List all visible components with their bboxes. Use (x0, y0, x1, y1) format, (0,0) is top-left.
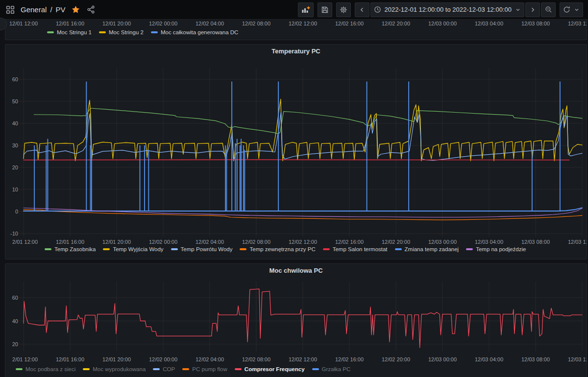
time-range-back-button[interactable] (355, 2, 369, 17)
breadcrumb-page[interactable]: PV (56, 5, 66, 14)
legend-item[interactable]: Moc wyprodukowana (83, 366, 146, 372)
y-tick-label: 30 (12, 142, 18, 148)
legend-item[interactable]: Grzałka PC (312, 366, 351, 372)
legend-label: Moc Stringu 1 (57, 29, 92, 35)
x-tick-label: 12/03 12:00 (568, 356, 587, 362)
breadcrumb-section[interactable]: General (21, 5, 47, 14)
x-tick-label: 12/02 00:00 (149, 239, 177, 245)
x-tick-label: 12/01 20:00 (102, 239, 131, 245)
y-tick-label: 60 (12, 76, 18, 82)
y-tick-label: 20 (12, 165, 18, 170)
y-tick-label: 0 (15, 209, 18, 214)
y-tick-label: 50 (12, 98, 18, 104)
x-tick-label: 12/01 12:00 (12, 356, 38, 362)
x-tick-label: 12/01 12:00 (12, 239, 38, 245)
x-tick-label: 12/01 16:00 (56, 239, 84, 245)
x-tick-label: 12/03 00:00 (428, 239, 457, 245)
navbar: General / PV (0, 0, 588, 20)
dashboard-settings-button[interactable] (336, 2, 351, 17)
y-tick-label: 60 (12, 295, 18, 301)
x-tick-label: 12/01 16:00 (56, 21, 84, 26)
time-range-picker-button[interactable]: 2022-12-01 12:00:00 to 2022-12-03 12:00:… (370, 2, 525, 17)
legend-label: Moc wyprodukowana (93, 366, 146, 372)
breadcrumb-separator: / (50, 5, 52, 14)
y-tick-label: 40 (12, 318, 18, 324)
legend-item[interactable]: Moc całkowita generowana DC (151, 29, 239, 35)
series-color-marker (235, 368, 242, 370)
share-icon[interactable] (86, 4, 96, 15)
series-color-marker (151, 31, 158, 33)
series-color-marker (323, 248, 330, 250)
x-tick-label: 12/02 08:00 (242, 239, 270, 245)
y-tick-label: 20 (12, 341, 18, 347)
save-dashboard-button[interactable] (318, 2, 332, 17)
legend-label: Temp Salon termostat (333, 246, 388, 252)
x-tick-label: 12/03 08:00 (521, 356, 550, 362)
series-color-marker (466, 248, 473, 250)
legend-item[interactable]: Moc Stringu 1 (47, 29, 92, 35)
series-color-marker (99, 31, 106, 33)
panel-temperatures: Temperatury PC 6050403020100-10 12/01 12… (5, 44, 587, 259)
x-tick-label: 12/01 16:00 (56, 356, 84, 362)
star-icon[interactable] (71, 4, 81, 15)
x-tick-label: 12/03 04:00 (475, 21, 503, 26)
legend-item[interactable]: Compresor Frequency (235, 366, 305, 372)
time-range-forward-button[interactable] (525, 2, 540, 17)
legend-label: Temp na podjeździe (476, 246, 526, 252)
series-color-marker (47, 31, 54, 33)
series-color-marker (45, 248, 51, 250)
x-tick-label: 12/03 08:00 (521, 21, 550, 26)
legend-item[interactable]: Temp Powrótu Wody (171, 246, 233, 252)
legend-item[interactable]: Temp zewnętrzna przy PC (240, 246, 315, 252)
temperatures-x-axis: 12/01 12:0012/01 16:0012/01 20:0012/02 0… (12, 239, 587, 247)
legend-item[interactable]: Temp na podjeździe (466, 246, 526, 252)
zoom-out-time-button[interactable] (541, 2, 556, 17)
legend-item[interactable]: PC pump flow (182, 366, 227, 372)
refresh-dashboard-button[interactable] (560, 2, 583, 17)
series-color-marker (182, 368, 189, 370)
breadcrumb: General / PV (21, 5, 66, 14)
dashboards-grid-icon[interactable] (5, 4, 16, 15)
legend-label: PC pump flow (192, 366, 227, 372)
legend-item[interactable]: Temp Wyjścia Wody (103, 246, 163, 252)
series-color-marker (153, 368, 160, 370)
legend-label: Moc podbara z sieci (25, 366, 75, 372)
panel-add-icon (301, 6, 310, 14)
add-panel-button[interactable] (298, 2, 314, 17)
pv-legend: Moc Stringu 1Moc Stringu 2Moc całkowita … (47, 29, 238, 35)
legend-item[interactable]: Zmiana temp zadanej (395, 246, 459, 252)
x-tick-label: 12/02 04:00 (196, 239, 224, 245)
series-color-marker (395, 248, 402, 250)
x-tick-label: 12/01 12:00 (9, 21, 38, 26)
x-tick-label: 12/02 20:00 (382, 239, 410, 245)
series-color-marker (103, 248, 110, 250)
legend-item[interactable]: Moc podbara z sieci (16, 366, 75, 372)
temperatures-chart-plot[interactable] (5, 45, 587, 259)
x-tick-label: 12/03 04:00 (475, 239, 503, 245)
x-tick-label: 12/02 20:00 (382, 356, 410, 362)
x-tick-label: 12/02 12:00 (289, 356, 317, 362)
caret-down-icon (574, 7, 580, 13)
series-color-marker (16, 368, 23, 370)
x-tick-label: 12/02 16:00 (335, 239, 364, 245)
temperatures-y-axis: 6050403020100-10 (5, 45, 20, 259)
x-tick-label: 12/03 12:00 (568, 239, 587, 245)
x-tick-label: 12/03 08:00 (521, 239, 550, 245)
legend-label: Zmiana temp zadanej (405, 246, 459, 252)
x-tick-label: 12/02 00:00 (149, 21, 177, 26)
legend-label: Grzałka PC (322, 366, 351, 372)
x-tick-label: 12/01 20:00 (102, 21, 131, 26)
zoom-out-icon (545, 6, 552, 13)
legend-label: Moc całkowita generowana DC (161, 29, 239, 35)
legend-label: Temp zewnętrzna przy PC (249, 246, 315, 252)
legend-item[interactable]: Temp Zasobnika (45, 246, 96, 252)
x-tick-label: 12/03 04:00 (475, 356, 503, 362)
legend-item[interactable]: Moc Stringu 2 (99, 29, 144, 35)
series-color-marker (240, 248, 246, 250)
x-tick-label: 12/02 16:00 (335, 356, 364, 362)
refresh-icon (563, 6, 570, 13)
legend-label: Temp Powrótu Wody (181, 246, 233, 252)
legend-item[interactable]: COP (153, 366, 175, 372)
legend-item[interactable]: Temp Salon termostat (323, 246, 388, 252)
series-color-marker (83, 368, 90, 370)
